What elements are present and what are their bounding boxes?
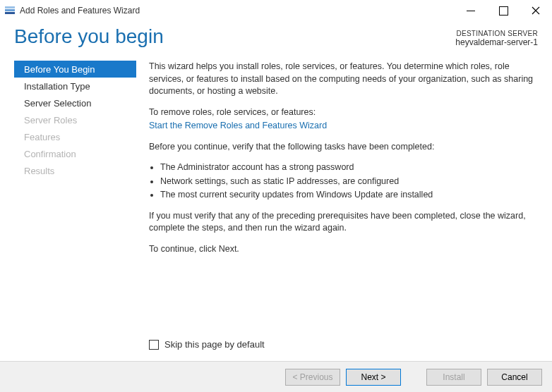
step-results: Results <box>14 162 136 179</box>
header: Before you begin DESTINATION SERVER heyv… <box>0 21 552 61</box>
step-server-selection[interactable]: Server Selection <box>14 94 136 111</box>
step-server-roles: Server Roles <box>14 111 136 128</box>
window-title: Add Roles and Features Wizard <box>20 6 140 16</box>
server-manager-icon <box>4 5 16 16</box>
maximize-button[interactable] <box>487 0 520 21</box>
verify-intro: Before you continue, verify that the fol… <box>149 141 535 154</box>
prereq-item: Network settings, such as static IP addr… <box>160 176 535 188</box>
svg-rect-2 <box>5 6 15 8</box>
skip-label: Skip this page by default <box>164 339 265 350</box>
prereq-list: The Administrator account has a strong p… <box>160 161 535 202</box>
main: Before You Begin Installation Type Serve… <box>0 61 552 343</box>
install-button: Install <box>426 369 481 386</box>
svg-rect-0 <box>5 12 15 14</box>
sidebar: Before You Begin Installation Type Serve… <box>0 61 136 343</box>
cancel-button[interactable]: Cancel <box>487 369 542 386</box>
previous-button: < Previous <box>285 369 340 386</box>
minimize-button[interactable] <box>455 0 487 21</box>
verify-close-text: If you must verify that any of the prece… <box>149 210 535 235</box>
skip-row: Skip this page by default <box>149 339 265 350</box>
remove-wizard-link[interactable]: Start the Remove Roles and Features Wiza… <box>149 121 327 130</box>
footer: < Previous Next > Install Cancel <box>0 361 552 392</box>
step-installation-type[interactable]: Installation Type <box>14 78 136 94</box>
step-confirmation: Confirmation <box>14 145 136 162</box>
intro-text: This wizard helps you install roles, rol… <box>149 61 535 98</box>
destination-label: DESTINATION SERVER <box>455 30 538 37</box>
remove-label: To remove roles, role services, or featu… <box>149 106 535 119</box>
close-button[interactable] <box>520 0 552 21</box>
step-before-you-begin[interactable]: Before You Begin <box>14 61 136 78</box>
continue-text: To continue, click Next. <box>149 243 535 256</box>
page-title: Before you begin <box>14 25 164 48</box>
next-button[interactable]: Next > <box>346 369 401 386</box>
skip-checkbox[interactable] <box>149 340 159 350</box>
destination-server: heyvaldemar-server-1 <box>455 37 538 47</box>
step-features: Features <box>14 128 136 145</box>
prereq-item: The Administrator account has a strong p… <box>160 161 535 174</box>
prereq-item: The most current security updates from W… <box>160 189 535 202</box>
window-controls <box>455 0 552 21</box>
destination-info: DESTINATION SERVER heyvaldemar-server-1 <box>455 30 538 47</box>
content: This wizard helps you install roles, rol… <box>136 61 552 343</box>
svg-rect-1 <box>5 9 15 11</box>
